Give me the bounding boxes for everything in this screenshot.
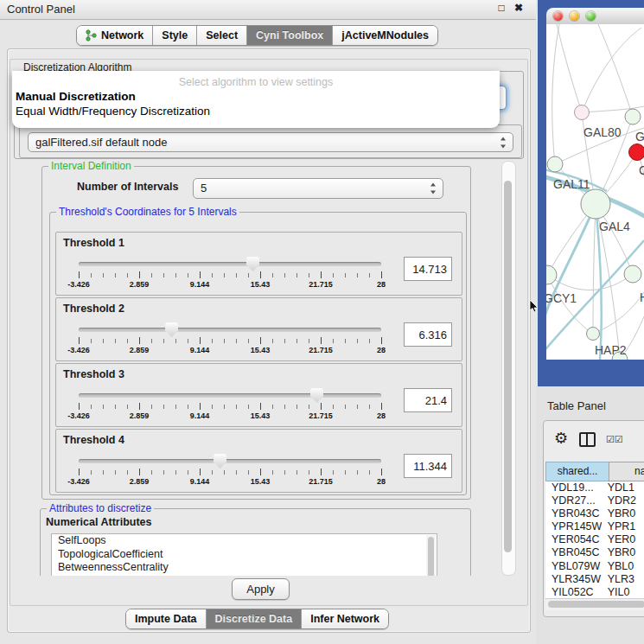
threshold-2-value-field[interactable]: 6.316 [404,322,452,347]
label-ga: GA [635,130,644,143]
panel-title: Control Panel [7,3,75,16]
algorithm-hint: Select algorithm to view settings [12,76,500,88]
threshold-2-slider-track[interactable] [79,328,381,332]
algorithm-dropdown-popup: Select algorithm to view settings Manual… [12,71,500,128]
threshold-2-label: Threshold 2 [63,303,124,315]
network-view-window: GAL80 GA GAL11 C GAL4 GCY1 H HAP2 [538,0,644,386]
threshold-2-panel: Threshold 2 -3.426 2.859 9.144 15.43 21.… [55,297,462,361]
zoom-traffic-light-icon[interactable] [586,11,596,21]
float-window-icon[interactable]: □ [494,2,508,14]
bottom-tabs: Impute Data Discretize Data Infer Networ… [125,609,389,629]
interval-definition-title: Interval Definition [48,161,134,172]
threshold-3-slider-thumb[interactable] [310,388,323,403]
menu-item-manual-discretization[interactable]: Manual Discretization [16,90,136,103]
table-row[interactable]: YLR345WYLR3 [545,573,644,586]
combo-spinner-icon [500,137,507,148]
node-gal11[interactable] [547,156,563,172]
threshold-3-value-field[interactable]: 21.4 [404,388,452,412]
thresholds-group: Threshold's Coordinates for 5 Intervals … [49,212,467,495]
threshold-1-panel: Threshold 1 -3.426 2.859 9.144 15.43 21.… [55,232,462,296]
list-item[interactable]: BetweennessCentrality [52,561,437,575]
tab-infer-network[interactable]: Infer Network [302,609,388,628]
threshold-1-value-field[interactable]: 14.713 [404,257,452,281]
tab-style[interactable]: Style [153,26,197,45]
list-item[interactable]: SelfLoops [52,534,437,548]
threshold-3-panel: Threshold 3 -3.426 2.859 9.144 15.43 21.… [55,363,462,427]
minimize-traffic-light-icon[interactable] [570,11,579,21]
column-header-shared-name[interactable]: shared... [545,462,609,481]
attributes-group-title: Attributes to discretize [47,502,154,514]
apply-button[interactable]: Apply [232,578,290,600]
table-data-group: Table Data galFiltered.sif default node [19,124,522,158]
gear-icon[interactable]: ⚙ [554,430,568,446]
tab-cyni-toolbox[interactable]: Cyni Toolbox [247,26,333,45]
menu-item-equal-width-discretization[interactable]: Equal Width/Frequency Discretization [16,105,210,118]
node-ga[interactable] [625,109,641,124]
minor-ticks [79,339,382,343]
threshold-1-slider-track[interactable] [79,262,381,266]
number-of-intervals-combobox[interactable]: 5 [193,178,443,199]
threshold-4-slider-track[interactable] [79,459,381,463]
table-rows: YDL19...YDL1 YDR27...YDR2 YBR043CYBR0 YP… [545,481,644,598]
threshold-1-label: Threshold 1 [63,237,124,249]
threshold-2-slider-thumb[interactable] [165,322,178,337]
scrollbar-thumb[interactable] [548,601,644,608]
table-data-value: galFiltered.sif default node [35,133,497,151]
number-of-intervals-value: 5 [201,179,427,197]
table-row[interactable]: YDR27...YDR2 [545,494,644,507]
close-traffic-light-icon[interactable] [553,11,563,21]
minor-ticks [79,405,382,409]
threshold-3-slider-track[interactable] [79,393,381,398]
settings-scrollbar[interactable] [501,161,516,576]
threshold-4-value-field[interactable]: 11.344 [404,454,452,478]
tab-select[interactable]: Select [197,26,247,45]
network-window-titlebar [546,8,644,25]
node-h[interactable] [624,265,641,283]
label-gcy1: GCY1 [546,291,577,305]
table-row[interactable]: YER054CYER0 [545,533,644,546]
threshold-4-slider-thumb[interactable] [214,454,226,469]
column-header-name[interactable]: na [609,462,644,481]
minor-ticks [79,273,382,277]
table-row[interactable]: YBR045CYBR0 [545,546,644,559]
network-icon [86,29,97,41]
node-gcy1[interactable] [546,265,557,284]
scrollbar-thumb[interactable] [504,181,512,552]
node-gal80[interactable] [575,105,590,120]
numerical-attributes-list[interactable]: SelfLoops TopologicalCoefficient Between… [51,533,437,576]
table-horizontal-scrollbar[interactable] [545,598,644,610]
tab-network-label: Network [101,29,143,41]
node-hap2[interactable] [587,328,600,341]
tab-jactivemnodules[interactable]: jActiveMNodules [333,26,437,45]
label-gal11: GAL11 [553,177,590,191]
minor-ticks [79,470,382,475]
split-column-icon[interactable] [579,432,596,447]
label-gal4: GAL4 [599,220,630,233]
tab-network[interactable]: Network [77,26,153,45]
close-icon[interactable]: ✖ [512,2,526,14]
threshold-1-slider-thumb[interactable] [246,257,259,271]
label-c: C [639,163,644,177]
node-gal4[interactable] [581,189,610,219]
table-row[interactable]: YIL052CYIL0 [545,586,644,599]
table-row[interactable]: YDL19...YDL1 [545,481,644,494]
table-row[interactable]: YPR145WYPR1 [545,520,644,533]
table-row[interactable]: YBL079WYBL0 [545,560,644,573]
checkbox-pair-icon[interactable]: ☑☑ [606,434,623,445]
label-gal80: GAL80 [583,125,622,139]
list-item[interactable]: TopologicalCoefficient [52,548,437,562]
label-h: H [640,290,644,304]
combo-spinner-icon [430,183,437,194]
list-scrollbar[interactable] [426,535,436,576]
threshold-3-label: Threshold 3 [63,368,124,380]
table-panel-title: Table Panel [547,399,606,412]
table-data-combobox[interactable]: galFiltered.sif default node [28,132,513,152]
node-red[interactable] [629,144,644,161]
table-panel: ⚙ ☑☑ shared... na YDL19...YDL1 YDR27...Y… [543,420,644,617]
interval-definition-group: Interval Definition Number of Intervals … [41,166,471,500]
threshold-4-panel: Threshold 4 -3.426 2.859 9.144 15.43 21.… [55,429,462,493]
tab-impute-data[interactable]: Impute Data [126,609,207,628]
tab-discretize-data[interactable]: Discretize Data [207,609,303,628]
table-row[interactable]: YBR043CYBR0 [545,507,644,520]
network-canvas[interactable]: GAL80 GA GAL11 C GAL4 GCY1 H HAP2 [546,24,644,360]
